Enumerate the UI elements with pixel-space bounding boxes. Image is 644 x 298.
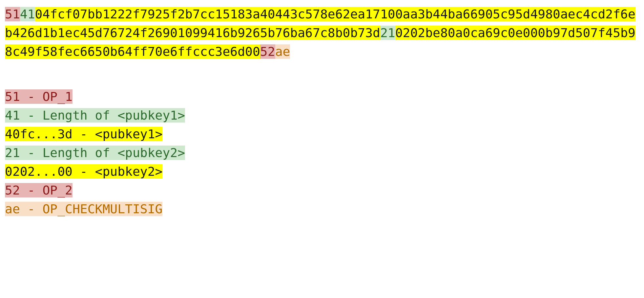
legend-op2: 52 - OP_2 [5,183,73,197]
hex-seg-checkmultisig: ae [275,44,290,59]
legend-len-pubkey2: 21 - Length of <pubkey2> [5,146,185,160]
hex-seg-len2: 21 [380,26,395,40]
hex-seg-op2: 52 [260,44,275,59]
hex-seg-op1: 51 [5,7,20,21]
legend-block: 51 - OP_1 41 - Length of <pubkey1> 40fc.… [5,87,639,218]
legend-checkmultisig: ae - OP_CHECKMULTISIG [5,202,162,216]
legend-op1: 51 - OP_1 [5,89,73,104]
legend-pubkey1: 40fc...3d - <pubkey1> [5,127,162,141]
hex-seg-len1: 41 [20,7,35,21]
hex-script-block: 514104fcf07bb1222f7925f2b7cc15183a40443c… [5,5,639,61]
legend-len-pubkey1: 41 - Length of <pubkey1> [5,108,185,123]
legend-pubkey2: 0202...00 - <pubkey2> [5,164,162,179]
